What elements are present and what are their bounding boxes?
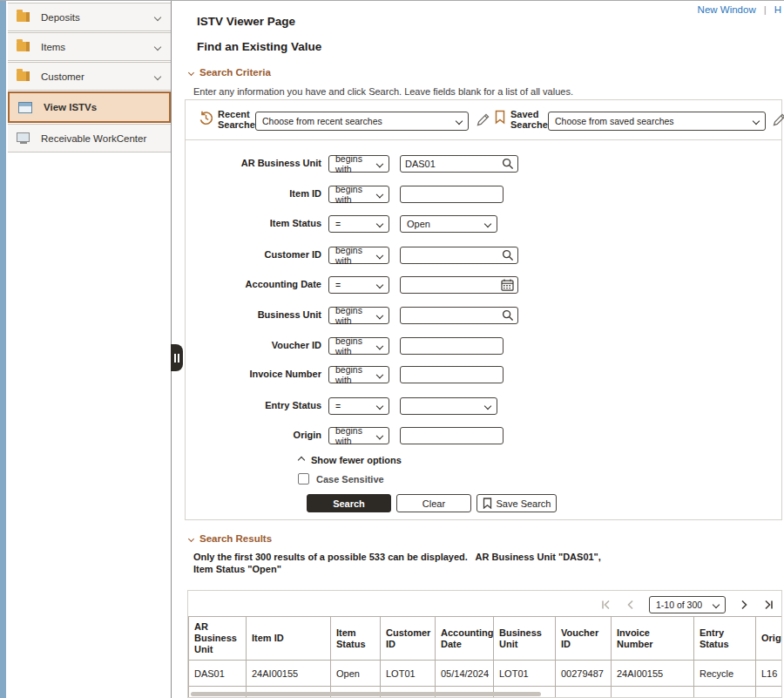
cell-business-unit[interactable]: LOT01 [494,661,556,687]
clear-button[interactable]: Clear [396,494,471,512]
cell-voucher-id[interactable]: 00279487 [556,661,612,687]
calendar-icon[interactable] [501,279,514,291]
page-range-select[interactable]: 1-10 of 300 [649,596,726,613]
saved-searches-select[interactable]: Choose from saved searches [548,112,766,131]
save-search-button[interactable]: Save Search [476,494,557,512]
cell-item-status[interactable]: Open [331,661,381,687]
cell-accounting-date[interactable]: 05/14/2024 [436,661,494,687]
case-sensitive-checkbox[interactable] [298,473,309,485]
cell-invoice-number[interactable]: 24AI00155 [612,661,694,687]
operator-select-customer-id[interactable]: begins with [328,247,389,264]
col-header[interactable]: Origin [756,617,783,661]
col-header[interactable]: Item ID [247,617,331,661]
col-header[interactable]: Entry Status [694,617,756,661]
item-id-input[interactable] [400,186,504,203]
col-header[interactable]: Voucher ID [556,617,612,661]
last-page-button[interactable] [762,599,774,611]
field-label: Voucher ID [193,340,321,351]
panel-divider [186,139,781,140]
col-header[interactable]: Business Unit [494,617,556,661]
search-results-section-toggle[interactable]: Search Results [189,533,272,544]
lookup-search-icon[interactable] [502,309,514,322]
operator-select-entry-status[interactable]: = [328,397,389,415]
search-button[interactable]: Search [307,494,391,512]
pagination-bar: 1-10 of 300 [600,596,774,613]
page-title: ISTV Viewer Page [197,15,295,28]
operator-select-item-status[interactable]: = [328,215,389,233]
operator-select-voucher-id[interactable]: begins with [328,337,389,355]
field-label: Item Status [193,218,321,229]
chevron-down-icon[interactable] [154,72,161,79]
chevron-down-icon [188,535,194,541]
workcenter-monitor-icon [17,132,30,142]
case-sensitive-row: Case Sensitive [298,473,384,485]
operator-select-origin[interactable]: begins with [328,427,389,444]
cell-customer-id[interactable]: LOT01 [381,661,436,687]
cell-entry-status[interactable]: Recycle [694,661,756,687]
cell-origin[interactable]: L16 [756,661,783,687]
sidebar-item-view-istvs[interactable]: View ISTVs [8,91,171,123]
edit-pencil-icon[interactable] [772,112,784,127]
help-link[interactable]: H [774,4,781,15]
ar-business-unit-field-wrap [400,155,518,173]
operator-select-accounting-date[interactable]: = [328,276,389,294]
recent-searches-value: Choose from recent searches [262,116,382,126]
istv-viewer-page: Deposits Items Customer View ISTVs Recei… [0,0,784,698]
new-window-link[interactable]: New Window [698,4,756,15]
col-header[interactable]: AR Business Unit [189,617,247,661]
window-links: New Window | H [698,4,781,15]
chevron-down-icon[interactable] [154,13,161,20]
first-page-button[interactable] [600,599,612,611]
chevron-down-icon [484,220,491,227]
chevron-down-icon[interactable] [154,43,161,50]
voucher-id-input[interactable] [400,337,504,355]
customer-id-input[interactable] [400,247,518,264]
operator-select-business-unit[interactable]: begins with [328,307,389,324]
invoice-number-input[interactable] [400,366,504,383]
field-label: Business Unit [193,309,321,321]
operator-select-item-id[interactable]: begins with [328,186,389,203]
entry-status-select[interactable] [400,397,497,415]
page-subtitle: Find an Existing Value [197,40,321,53]
field-label: Origin [193,430,321,441]
case-sensitive-label: Case Sensitive [316,474,384,485]
ar-business-unit-input[interactable] [400,155,518,173]
item-status-select[interactable]: Open [400,215,497,233]
sidebar-collapse-handle[interactable] [171,344,183,371]
lookup-search-icon[interactable] [502,249,514,261]
sidebar: Deposits Items Customer View ISTVs Recei… [8,1,172,698]
col-header[interactable]: Accounting Date [436,617,494,661]
col-header[interactable]: Invoice Number [612,617,694,661]
business-unit-input[interactable] [400,307,518,324]
recent-searches-select[interactable]: Choose from recent searches [255,112,469,131]
col-header[interactable]: Customer ID [381,617,436,661]
sidebar-item-receivable-workcenter[interactable]: Receivable WorkCenter [8,124,171,152]
operator-select-ar-business-unit[interactable]: begins with [328,155,389,173]
table-row[interactable]: DAS01 24AI00155 Open LOT01 05/14/2024 LO… [189,661,783,687]
cell-ar-business-unit[interactable]: DAS01 [189,661,247,687]
next-page-icon [738,599,750,611]
chevron-down-icon [376,403,383,410]
first-page-icon [600,599,612,611]
horizontal-scrollbar-thumb[interactable] [191,692,541,696]
chevron-up-icon [298,457,305,464]
col-header[interactable]: Item Status [331,617,381,661]
sidebar-item-deposits[interactable]: Deposits [8,3,171,31]
lookup-search-icon[interactable] [502,158,514,170]
prev-page-button[interactable] [625,599,637,611]
field-label: Item ID [193,188,321,200]
sidebar-item-items[interactable]: Items [8,32,171,61]
show-fewer-options-toggle[interactable]: Show fewer options [299,455,402,465]
sidebar-item-label: Receivable WorkCenter [41,133,160,144]
next-page-button[interactable] [738,599,750,611]
origin-input[interactable] [400,427,504,444]
search-criteria-section-toggle[interactable]: Search Criteria [189,67,271,78]
chevron-down-icon [188,69,194,75]
edit-pencil-icon[interactable] [476,112,490,127]
field-label: Invoice Number [193,369,321,380]
operator-select-invoice-number[interactable]: begins with [328,366,389,383]
cell-item-id[interactable]: 24AI00155 [247,661,331,687]
sidebar-item-customer[interactable]: Customer [8,62,171,91]
search-hint-text: Enter any information you have and click… [193,86,573,97]
section-title: Search Criteria [199,67,271,78]
